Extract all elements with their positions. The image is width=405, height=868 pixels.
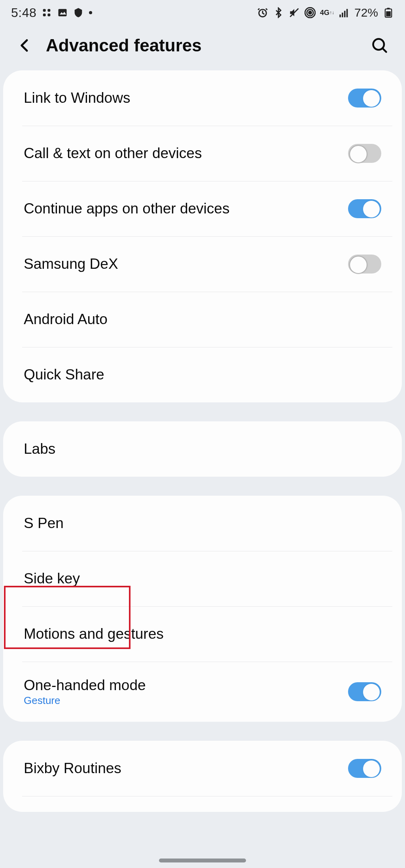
svg-rect-12 bbox=[339, 15, 341, 17]
row-one-handed-mode[interactable]: One-handed mode Gesture bbox=[3, 662, 402, 722]
settings-group-1: Link to Windows Call & text on other dev… bbox=[3, 70, 402, 402]
svg-rect-2 bbox=[43, 13, 46, 16]
row-partial[interactable] bbox=[3, 796, 402, 812]
svg-rect-14 bbox=[344, 11, 346, 17]
toggle-call-text-other-devices[interactable] bbox=[348, 144, 381, 163]
row-continue-apps[interactable]: Continue apps on other devices bbox=[3, 181, 402, 236]
row-label: Labs bbox=[24, 441, 381, 457]
signal-icon bbox=[339, 7, 350, 18]
battery-percent: 72% bbox=[354, 6, 378, 19]
page-title: Advanced features bbox=[46, 36, 358, 55]
row-link-to-windows[interactable]: Link to Windows bbox=[3, 70, 402, 126]
toggle-continue-apps[interactable] bbox=[348, 199, 381, 218]
row-labs[interactable]: Labs bbox=[3, 421, 402, 477]
toggle-one-handed-mode[interactable] bbox=[348, 682, 381, 701]
search-button[interactable] bbox=[371, 37, 388, 54]
highlight-side-key bbox=[4, 586, 131, 649]
svg-point-9 bbox=[308, 11, 311, 14]
row-s-pen[interactable]: S Pen bbox=[3, 496, 402, 551]
shield-icon bbox=[73, 7, 84, 18]
status-right: 4G↑↓ 72% bbox=[257, 6, 394, 19]
row-android-auto[interactable]: Android Auto bbox=[3, 292, 402, 347]
row-call-text-other-devices[interactable]: Call & text on other devices bbox=[3, 126, 402, 181]
back-button[interactable] bbox=[17, 37, 33, 54]
network-4g-icon: 4G↑↓ bbox=[320, 7, 334, 18]
status-clock: 5:48 bbox=[11, 6, 36, 20]
svg-point-6 bbox=[89, 11, 92, 14]
row-label: Android Auto bbox=[24, 311, 381, 328]
row-label: Bixby Routines bbox=[24, 760, 348, 777]
svg-rect-15 bbox=[346, 9, 348, 17]
row-label: Samsung DeX bbox=[24, 256, 348, 272]
hotspot-icon bbox=[305, 7, 316, 18]
svg-rect-13 bbox=[342, 13, 343, 17]
status-left: 5:48 bbox=[11, 6, 93, 20]
toggle-samsung-dex[interactable] bbox=[348, 255, 381, 274]
row-label: One-handed mode bbox=[24, 677, 348, 694]
svg-rect-0 bbox=[43, 9, 46, 12]
bluetooth-icon bbox=[273, 7, 284, 18]
row-label: Side key bbox=[24, 570, 381, 587]
row-label: Link to Windows bbox=[24, 90, 348, 106]
slack-icon bbox=[41, 7, 52, 18]
battery-icon bbox=[383, 7, 394, 18]
settings-group-2: Labs bbox=[3, 421, 402, 477]
svg-rect-4 bbox=[59, 9, 67, 17]
mute-icon bbox=[289, 7, 300, 18]
row-sublabel: Gesture bbox=[24, 694, 348, 707]
row-quick-share[interactable]: Quick Share bbox=[3, 347, 402, 402]
row-label: Call & text on other devices bbox=[24, 145, 348, 162]
gesture-bar[interactable] bbox=[159, 859, 246, 862]
svg-rect-17 bbox=[387, 8, 390, 9]
svg-rect-3 bbox=[48, 13, 51, 16]
alarm-icon bbox=[257, 7, 268, 18]
status-bar: 5:48 4G↑↓ 72% bbox=[0, 0, 405, 25]
page-header: Advanced features bbox=[0, 25, 405, 70]
row-samsung-dex[interactable]: Samsung DeX bbox=[3, 236, 402, 292]
svg-line-20 bbox=[382, 48, 386, 52]
row-bixby-routines[interactable]: Bixby Routines bbox=[3, 741, 402, 796]
row-label: Continue apps on other devices bbox=[24, 200, 348, 217]
toggle-bixby-routines[interactable] bbox=[348, 759, 381, 778]
settings-group-4: Bixby Routines bbox=[3, 741, 402, 812]
toggle-link-to-windows[interactable] bbox=[348, 89, 381, 108]
svg-rect-1 bbox=[48, 9, 51, 12]
svg-rect-18 bbox=[386, 11, 391, 17]
row-label: S Pen bbox=[24, 515, 381, 532]
row-label: Quick Share bbox=[24, 366, 381, 383]
dot-icon bbox=[89, 11, 93, 15]
image-icon bbox=[57, 7, 68, 18]
